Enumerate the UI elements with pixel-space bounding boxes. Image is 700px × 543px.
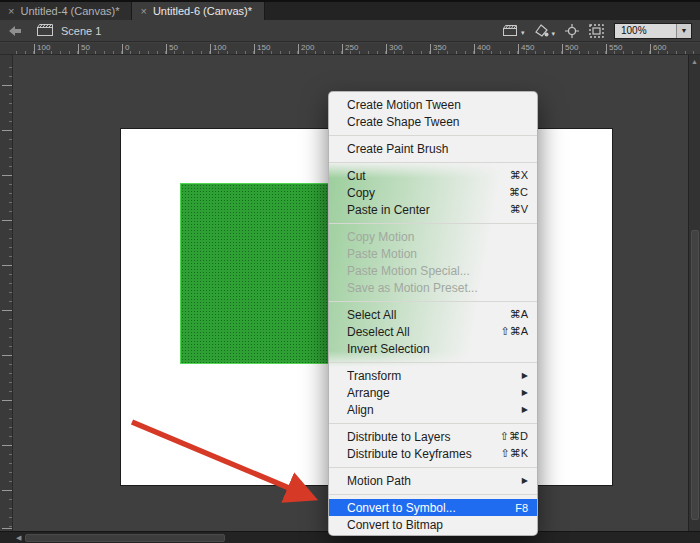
menu-item-cut[interactable]: Cut⌘X xyxy=(329,167,537,184)
tab-close-icon[interactable]: × xyxy=(140,5,146,17)
menu-item-copy-motion: Copy Motion xyxy=(329,228,537,245)
vertical-scrollbar[interactable]: ▲ xyxy=(688,55,700,531)
ruler-tick-label: 50 xyxy=(0,165,1,174)
menu-separator xyxy=(329,462,537,472)
edit-scene-button[interactable]: ▾ xyxy=(503,24,525,37)
center-frame-icon[interactable] xyxy=(565,24,579,38)
ruler-tick-label: 50 xyxy=(78,44,90,54)
ruler-tick-label: 550 xyxy=(606,44,622,54)
edit-symbols-button[interactable]: ▾ xyxy=(534,24,555,38)
scene-clapperboard-icon xyxy=(37,22,53,40)
horizontal-scrollbar-thumb[interactable] xyxy=(25,534,225,542)
menu-item-label: Transform xyxy=(347,369,522,383)
submenu-arrow-icon: ▶ xyxy=(522,476,528,485)
ruler-tick-label: 250 xyxy=(342,44,358,54)
menu-item-paste-in-center[interactable]: Paste in Center⌘V xyxy=(329,201,537,218)
ruler-tick-label: 400 xyxy=(474,44,490,54)
ruler-tick-label: 50 xyxy=(166,44,178,54)
menu-item-label: Copy xyxy=(347,186,509,200)
document-tab-1[interactable]: ×Untitled-4 (Canvas)* xyxy=(0,2,132,20)
menu-item-align[interactable]: Align▶ xyxy=(329,401,537,418)
menu-item-label: Paste in Center xyxy=(347,203,510,217)
ruler-tick-label: 50 xyxy=(0,75,1,84)
context-menu: Create Motion TweenCreate Shape TweenCre… xyxy=(328,91,538,536)
ruler-tick-label: 150 xyxy=(254,44,270,54)
menu-item-shortcut: F8 xyxy=(515,502,528,514)
menu-item-label: Create Motion Tween xyxy=(347,98,528,112)
zoom-dropdown-arrow-icon[interactable]: ▼ xyxy=(676,24,691,38)
menu-item-shortcut: ⌘C xyxy=(509,186,528,199)
menu-separator xyxy=(329,357,537,367)
ruler-tick-label: 450 xyxy=(0,514,1,527)
submenu-arrow-icon: ▶ xyxy=(522,405,528,414)
submenu-arrow-icon: ▶ xyxy=(522,388,528,397)
tab-close-icon[interactable]: × xyxy=(8,5,14,17)
menu-item-label: Save as Motion Preset... xyxy=(347,281,528,295)
ruler-tick-label: 200 xyxy=(298,44,314,54)
menu-item-invert-selection[interactable]: Invert Selection xyxy=(329,340,537,357)
menu-item-select-all[interactable]: Select All⌘A xyxy=(329,306,537,323)
menu-item-shortcut: ⇧⌘D xyxy=(500,430,528,443)
menu-item-copy[interactable]: Copy⌘C xyxy=(329,184,537,201)
menu-item-convert-to-symbol[interactable]: Convert to Symbol...F8 xyxy=(329,499,537,516)
ruler-tick-label: 450 xyxy=(518,44,534,54)
menu-item-label: Motion Path xyxy=(347,474,522,488)
menu-item-distribute-to-layers[interactable]: Distribute to Layers⇧⌘D xyxy=(329,428,537,445)
menu-item-shortcut: ⌘X xyxy=(510,169,528,182)
menu-item-label: Create Paint Brush xyxy=(347,142,528,156)
ruler-tick-label: 600 xyxy=(650,44,666,54)
menu-item-shortcut: ⌘V xyxy=(510,203,528,216)
document-tab-2[interactable]: ×Untitled-6 (Canvas)* xyxy=(132,2,264,20)
scroll-up-icon[interactable]: ▲ xyxy=(691,58,698,65)
ruler-tick-label: 350 xyxy=(0,431,1,444)
scroll-left-icon[interactable]: ◀ xyxy=(16,534,21,542)
menu-item-shortcut: ⌘A xyxy=(510,308,528,321)
ruler-tick-label: 300 xyxy=(386,44,402,54)
menu-item-label: Cut xyxy=(347,169,510,183)
ruler-tick-label: 100 xyxy=(210,44,226,54)
ruler-tick-label: 0 xyxy=(122,44,129,54)
menu-item-motion-path[interactable]: Motion Path▶ xyxy=(329,472,537,489)
menu-item-distribute-to-keyframes[interactable]: Distribute to Keyframes⇧⌘K xyxy=(329,445,537,462)
menu-separator xyxy=(329,218,537,228)
edit-bar: Scene 1 ▾ ▾ xyxy=(0,20,700,42)
menu-item-create-shape-tween[interactable]: Create Shape Tween xyxy=(329,113,537,130)
menu-item-label: Paste Motion Special... xyxy=(347,264,528,278)
selected-green-rectangle[interactable] xyxy=(180,183,340,364)
ruler-tick-label: 250 xyxy=(0,341,1,354)
ruler-tick-label: 100 xyxy=(0,206,1,219)
menu-item-label: Arrange xyxy=(347,386,522,400)
menu-separator xyxy=(329,418,537,428)
menu-item-label: Convert to Symbol... xyxy=(347,501,515,515)
clip-bounds-icon[interactable] xyxy=(589,24,604,38)
menu-separator xyxy=(329,489,537,499)
menu-item-create-paint-brush[interactable]: Create Paint Brush xyxy=(329,140,537,157)
menu-item-convert-to-bitmap[interactable]: Convert to Bitmap xyxy=(329,516,537,533)
ruler-tick-label: 300 xyxy=(0,386,1,399)
menu-item-create-motion-tween[interactable]: Create Motion Tween xyxy=(329,96,537,113)
tab-label: Untitled-6 (Canvas)* xyxy=(153,5,252,17)
menu-item-save-as-motion-preset: Save as Motion Preset... xyxy=(329,279,537,296)
ruler-tick-label: 100 xyxy=(34,44,50,54)
menu-item-label: Convert to Bitmap xyxy=(347,518,528,532)
menu-item-arrange[interactable]: Arrange▶ xyxy=(329,384,537,401)
document-tab-bar: ×Untitled-4 (Canvas)*×Untitled-6 (Canvas… xyxy=(0,0,700,20)
vertical-scrollbar-thumb[interactable] xyxy=(691,230,699,520)
menu-separator xyxy=(329,130,537,140)
menu-item-label: Distribute to Keyframes xyxy=(347,447,500,461)
scene-breadcrumb[interactable]: Scene 1 xyxy=(61,25,101,37)
ruler-tick-label: 350 xyxy=(430,44,446,54)
menu-item-shortcut: ⇧⌘K xyxy=(500,447,528,460)
menu-item-transform[interactable]: Transform▶ xyxy=(329,367,537,384)
menu-item-label: Invert Selection xyxy=(347,342,528,356)
menu-item-label: Distribute to Layers xyxy=(347,430,500,444)
menu-item-label: Create Shape Tween xyxy=(347,115,528,129)
back-arrow-icon[interactable] xyxy=(9,22,21,40)
chevron-down-icon: ▾ xyxy=(521,29,525,37)
ruler-tick-label: 400 xyxy=(0,476,1,489)
menu-separator xyxy=(329,296,537,306)
menu-item-deselect-all[interactable]: Deselect All⇧⌘A xyxy=(329,323,537,340)
zoom-level-select[interactable]: 100% ▼ xyxy=(614,23,692,39)
tab-label: Untitled-4 (Canvas)* xyxy=(20,5,119,17)
menu-item-paste-motion-special: Paste Motion Special... xyxy=(329,262,537,279)
